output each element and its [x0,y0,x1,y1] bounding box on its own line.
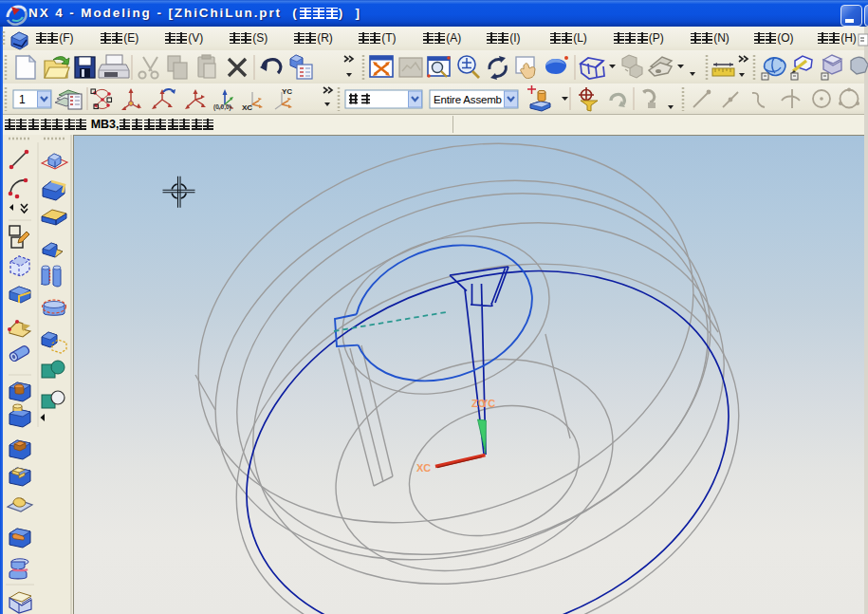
svg-text:(0,0,0): (0,0,0) [213,103,231,111]
svg-text:YC: YC [282,87,292,96]
svg-text:XC: XC [416,462,431,474]
svg-text:1: 1 [19,93,26,106]
svg-text:Entire Assemb: Entire Assemb [434,94,502,105]
svg-text:YC: YC [481,398,495,409]
svg-text:XC: XC [242,103,252,112]
